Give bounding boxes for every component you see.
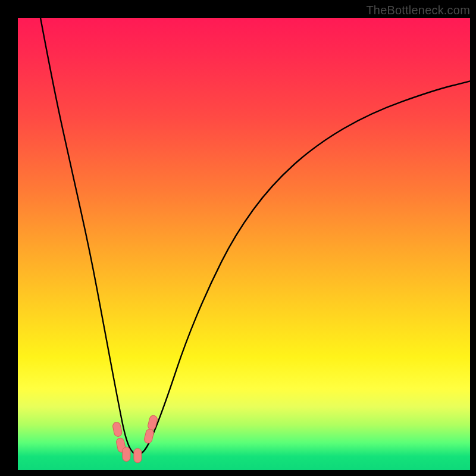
plot-area <box>18 18 470 470</box>
chart-frame: TheBottleneck.com <box>0 0 476 476</box>
curve-marker <box>134 449 142 463</box>
curve-marker <box>147 415 158 430</box>
curve-marker <box>123 447 130 461</box>
curve-markers <box>112 415 158 463</box>
curve-marker <box>112 422 123 437</box>
watermark-text: TheBottleneck.com <box>366 4 470 17</box>
curve-marker <box>143 428 154 444</box>
curve-layer <box>18 18 470 470</box>
bottleneck-curve <box>40 18 470 455</box>
